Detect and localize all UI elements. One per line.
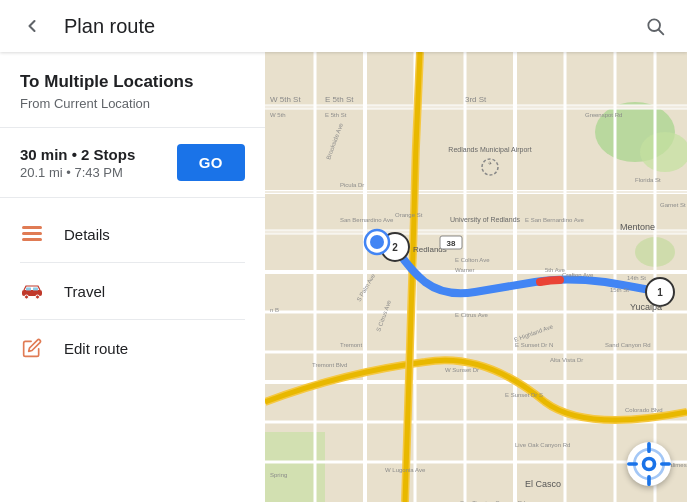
route-info: To Multiple Locations From Current Locat… — [0, 52, 265, 128]
svg-text:E 5th St: E 5th St — [325, 95, 354, 104]
svg-text:Colorado Blvd: Colorado Blvd — [625, 407, 663, 413]
route-title: To Multiple Locations — [20, 72, 245, 92]
svg-text:Picula Dr: Picula Dr — [340, 182, 364, 188]
svg-point-90 — [634, 449, 663, 478]
svg-text:Mentone: Mentone — [620, 222, 655, 232]
svg-text:E 5th St: E 5th St — [325, 112, 347, 118]
svg-text:San Bernardino Ave: San Bernardino Ave — [340, 217, 394, 223]
svg-text:38: 38 — [447, 239, 456, 248]
svg-text:Redlands Municipal Airport: Redlands Municipal Airport — [448, 146, 531, 154]
edit-icon — [20, 336, 44, 360]
go-button[interactable]: GO — [177, 144, 245, 181]
svg-text:E Colton Ave: E Colton Ave — [455, 257, 490, 263]
svg-text:W Sunset Dr: W Sunset Dr — [445, 367, 479, 373]
route-distance-time: 20.1 mi • 7:43 PM — [20, 165, 135, 180]
svg-text:El Casco: El Casco — [525, 479, 561, 489]
svg-text:Spring: Spring — [270, 472, 287, 478]
details-label: Details — [64, 226, 110, 243]
travel-icon — [20, 279, 44, 303]
svg-rect-3 — [22, 232, 42, 235]
svg-text:Sand Canyon Rd: Sand Canyon Rd — [605, 342, 651, 348]
svg-point-89 — [644, 459, 655, 470]
svg-text:n B: n B — [270, 307, 279, 313]
svg-text:W Lugonia Ave: W Lugonia Ave — [385, 467, 426, 473]
svg-text:2: 2 — [392, 242, 398, 253]
svg-text:Crafton Ave: Crafton Ave — [562, 272, 594, 278]
route-meta-text: 30 min • 2 Stops 20.1 mi • 7:43 PM — [20, 146, 135, 180]
svg-text:3rd St: 3rd St — [465, 95, 487, 104]
sidebar-menu: Details Travel — [0, 198, 265, 502]
svg-text:Yucaipa: Yucaipa — [630, 302, 662, 312]
page-title: Plan route — [64, 15, 639, 38]
svg-text:Tremont: Tremont — [340, 342, 362, 348]
route-meta: 30 min • 2 Stops 20.1 mi • 7:43 PM GO — [0, 128, 265, 198]
app-header: Plan route — [0, 0, 687, 52]
travel-label: Travel — [64, 283, 105, 300]
svg-text:W 5th: W 5th — [270, 112, 286, 118]
svg-text:Garnet St: Garnet St — [660, 202, 686, 208]
svg-text:W 5th St: W 5th St — [270, 95, 301, 104]
svg-rect-8 — [26, 288, 31, 291]
svg-text:Florida St: Florida St — [635, 177, 661, 183]
svg-text:Orange St: Orange St — [395, 212, 423, 218]
svg-text:Greenspot Rd: Greenspot Rd — [585, 112, 622, 118]
search-button[interactable] — [639, 10, 671, 42]
route-subtitle: From Current Location — [20, 96, 245, 111]
svg-point-43 — [370, 235, 384, 249]
svg-text:E Sunset Dr S: E Sunset Dr S — [505, 392, 543, 398]
menu-item-edit[interactable]: Edit route — [0, 320, 265, 376]
route-sidebar: To Multiple Locations From Current Locat… — [0, 52, 265, 502]
svg-point-7 — [36, 295, 40, 299]
menu-item-details[interactable]: Details — [0, 206, 265, 262]
details-icon — [20, 222, 44, 246]
svg-text:Warner: Warner — [455, 267, 474, 273]
svg-text:15th St: 15th St — [610, 287, 629, 293]
svg-text:E Citrus Ave: E Citrus Ave — [455, 312, 489, 318]
svg-text:14th St: 14th St — [627, 275, 646, 281]
svg-text:Alta Vista Dr: Alta Vista Dr — [550, 357, 583, 363]
map-area[interactable]: W 5th St E 5th St 3rd St 1 2 ✈ Redlands … — [265, 52, 687, 502]
menu-item-travel[interactable]: Travel — [0, 263, 265, 319]
svg-text:Live Oak Canyon Rd: Live Oak Canyon Rd — [515, 442, 570, 448]
svg-rect-2 — [22, 226, 42, 229]
edit-label: Edit route — [64, 340, 128, 357]
route-duration: 30 min • 2 Stops — [20, 146, 135, 163]
svg-rect-4 — [22, 238, 42, 241]
svg-text:E San Bernardino Ave: E San Bernardino Ave — [525, 217, 585, 223]
svg-text:Tremont Blvd: Tremont Blvd — [312, 362, 347, 368]
my-location-button[interactable] — [627, 442, 671, 486]
svg-text:E Sunset Dr N: E Sunset Dr N — [515, 342, 553, 348]
svg-text:✈: ✈ — [488, 160, 492, 166]
back-button[interactable] — [16, 10, 48, 42]
svg-text:University of Redlands: University of Redlands — [450, 216, 521, 224]
svg-line-1 — [659, 30, 664, 35]
svg-point-6 — [25, 295, 29, 299]
svg-text:1: 1 — [657, 287, 663, 298]
svg-rect-9 — [33, 288, 38, 291]
